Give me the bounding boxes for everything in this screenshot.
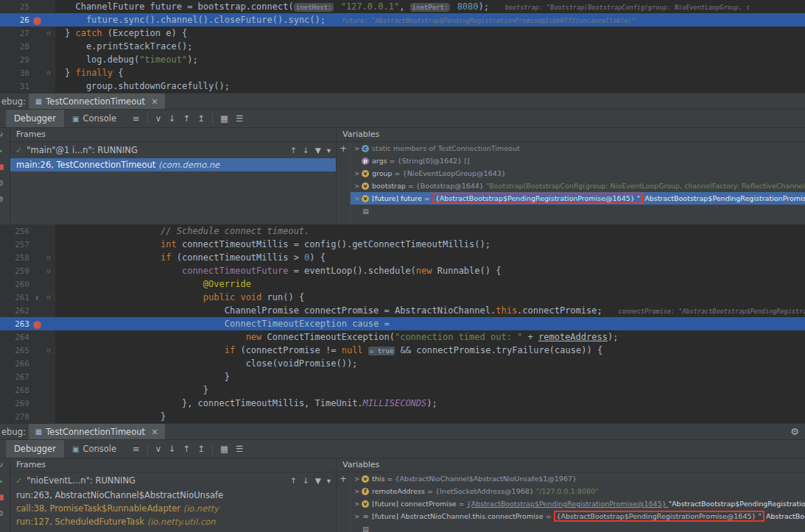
filter-frames-icon[interactable]: ▼ bbox=[315, 146, 321, 155]
code-line[interactable]: 256// Schedule connect timeout. bbox=[0, 224, 805, 238]
line-number[interactable]: 29 bbox=[0, 55, 31, 65]
dropdown-caret-icon[interactable]: ▾ bbox=[327, 476, 331, 485]
breakpoint-verified-icon[interactable]: ✓ bbox=[33, 321, 41, 329]
export-threads-icon[interactable]: ↓ bbox=[169, 113, 176, 124]
line-number[interactable]: 266 bbox=[0, 359, 31, 369]
line-number[interactable]: 268 bbox=[0, 386, 31, 395]
expand-chevron-icon[interactable]: > bbox=[353, 513, 361, 520]
code-line[interactable]: 29log.debug("timeout"); bbox=[0, 53, 805, 66]
session-tab[interactable]: ▦ TestConnectionTimeout × bbox=[29, 424, 165, 439]
code-line[interactable]: 28e.printStackTrace(); bbox=[0, 40, 805, 53]
expand-chevron-icon[interactable]: > bbox=[353, 145, 361, 152]
variable-row[interactable]: >vthis = {AbstractNioChannel$AbstractNio… bbox=[351, 472, 805, 485]
dropdown-caret-icon[interactable]: ▾ bbox=[327, 146, 331, 155]
variable-row[interactable]: pargs = {String[0]@1642} [] bbox=[351, 155, 805, 167]
tab-console[interactable]: ▣ Console bbox=[64, 440, 124, 458]
code-line[interactable]: 264new ConnectTimeoutException("connecti… bbox=[0, 330, 805, 344]
variable-row[interactable]: >v[future] connectPromise = {AbstractBoo… bbox=[351, 497, 805, 510]
frame-down-icon[interactable]: ↓ bbox=[303, 476, 309, 485]
line-number[interactable]: 25 bbox=[0, 2, 31, 12]
settings-gear-icon[interactable]: ⚙ bbox=[790, 426, 799, 437]
frame-down-icon[interactable]: ↓ bbox=[303, 146, 309, 155]
line-number[interactable]: 31 bbox=[0, 82, 31, 91]
code-line[interactable]: 268} bbox=[0, 383, 805, 397]
code-line[interactable]: 258⊟if (connectTimeoutMillis > 0) { bbox=[0, 251, 805, 264]
code-line[interactable]: 267} bbox=[0, 370, 805, 383]
line-number[interactable]: 263 bbox=[0, 319, 31, 329]
import-icon[interactable]: ↑ bbox=[183, 444, 191, 454]
code-editor[interactable]: 256// Schedule connect timeout.257int co… bbox=[0, 224, 805, 423]
code-line[interactable]: 260@Override bbox=[0, 277, 805, 291]
code-line[interactable]: 262ChannelPromise connectPromise = Abstr… bbox=[0, 304, 805, 317]
fold-marker-icon[interactable]: ⊟ bbox=[43, 267, 55, 274]
line-number[interactable]: 258 bbox=[0, 253, 31, 263]
variable-row[interactable]: >cstatic members of TestConnectionTimeou… bbox=[351, 142, 805, 155]
rerun-icon[interactable]: ↻ bbox=[0, 461, 10, 477]
stop-icon[interactable]: ■ bbox=[0, 163, 10, 179]
line-number[interactable]: 259 bbox=[0, 266, 31, 276]
layout-settings-icon[interactable]: ≡ bbox=[133, 113, 140, 124]
step-out-icon[interactable]: ↥ bbox=[197, 444, 205, 454]
line-number[interactable]: 267 bbox=[0, 372, 31, 382]
variable-row[interactable]: >fremoteAddress = {InetSocketAddress@196… bbox=[351, 485, 805, 497]
breakpoint-verified-icon[interactable]: ✓ bbox=[33, 17, 41, 25]
fold-marker-icon[interactable]: ⊟ bbox=[43, 347, 55, 354]
more-options-icon[interactable]: ☰ bbox=[236, 113, 243, 124]
code-line[interactable]: 269}, connectTimeoutMillis, TimeUnit.MIL… bbox=[0, 397, 805, 410]
variable-row[interactable]: >v[future] future = {AbstractBootstrap$P… bbox=[351, 192, 805, 205]
line-number[interactable]: 257 bbox=[0, 240, 31, 249]
variable-row[interactable]: >vgroup = {NioEventLoopGroup@1643} bbox=[351, 167, 805, 180]
line-number[interactable]: 27 bbox=[0, 29, 31, 38]
close-tab-icon[interactable]: × bbox=[151, 96, 158, 107]
code-line[interactable]: 263✓ConnectTimeoutException cause = bbox=[0, 317, 805, 330]
frame-up-icon[interactable]: ↑ bbox=[290, 146, 297, 155]
view-breakpoints-icon[interactable]: ⊙ bbox=[0, 509, 10, 525]
line-number[interactable]: 260 bbox=[0, 280, 31, 289]
filter-frames-icon[interactable]: ▼ bbox=[315, 476, 321, 485]
expand-chevron-icon[interactable]: > bbox=[353, 195, 361, 202]
thread-selector[interactable]: ✓ "nioEventL...n": RUNNING ↑↓▼▾ bbox=[10, 472, 336, 489]
frame-row[interactable]: call:38, PromiseTask$RunnableAdapter (io… bbox=[10, 502, 336, 515]
fold-marker-icon[interactable]: ⊟ bbox=[43, 69, 55, 77]
line-number[interactable]: 26 bbox=[0, 15, 31, 25]
code-editor[interactable]: 25ChannelFuture future = bootstrap.conne… bbox=[0, 0, 805, 93]
frame-up-icon[interactable]: ↑ bbox=[290, 476, 297, 485]
import-icon[interactable]: ↑ bbox=[183, 113, 191, 124]
line-number[interactable]: 262 bbox=[0, 306, 31, 316]
resume-icon[interactable]: ▶ bbox=[0, 146, 10, 163]
frame-row[interactable]: run:127, ScheduledFutureTask (io.netty.u… bbox=[10, 515, 336, 528]
stop-icon[interactable]: ■ bbox=[0, 493, 10, 509]
line-number[interactable]: 264 bbox=[0, 333, 31, 342]
fold-marker-icon[interactable]: ⊟ bbox=[43, 29, 55, 37]
fold-marker-icon[interactable]: ⊟ bbox=[43, 294, 55, 301]
code-line[interactable]: 26✓future.sync().channel().closeFuture()… bbox=[0, 13, 805, 26]
code-line[interactable]: 257int connectTimeoutMillis = config().g… bbox=[0, 238, 805, 251]
rerun-icon[interactable]: ↻ bbox=[0, 130, 10, 146]
expand-chevron-icon[interactable]: > bbox=[353, 475, 361, 483]
close-tab-icon[interactable]: × bbox=[151, 427, 158, 437]
more-options-icon[interactable]: ☰ bbox=[236, 444, 243, 454]
expand-chevron-icon[interactable]: > bbox=[353, 488, 361, 495]
override-method-icon[interactable]: ↑ bbox=[35, 294, 39, 302]
expand-chevron-icon[interactable]: > bbox=[353, 170, 361, 177]
code-line[interactable]: 25ChannelFuture future = bootstrap.conne… bbox=[0, 0, 805, 13]
code-line[interactable]: 270} bbox=[0, 410, 805, 423]
code-line[interactable]: 31group.shutdownGracefully(); bbox=[0, 79, 805, 93]
code-line[interactable]: 27⊟} catch (Exception e) { bbox=[0, 26, 805, 40]
variable-row[interactable]: >∞[future] AbstractNioChannel.this.conne… bbox=[351, 510, 805, 522]
step-out-icon[interactable]: ↥ bbox=[197, 113, 205, 124]
view-options-icon[interactable]: ▦ bbox=[220, 113, 228, 124]
add-watch-button[interactable]: + bbox=[340, 143, 347, 154]
tab-console[interactable]: ▣ Console bbox=[64, 110, 124, 127]
line-number[interactable]: 265 bbox=[0, 346, 31, 355]
line-number[interactable]: 30 bbox=[0, 68, 31, 78]
fold-marker-icon[interactable]: ⊟ bbox=[43, 254, 55, 261]
view-breakpoints-icon[interactable]: ⊙ bbox=[0, 179, 10, 195]
tab-debugger[interactable]: Debugger bbox=[6, 110, 64, 127]
variable-row[interactable]: >vbootstrap = {Bootstrap@1644} "Bootstra… bbox=[351, 180, 805, 192]
collapse-panel-icon[interactable]: ∨ bbox=[155, 444, 161, 454]
tab-debugger[interactable]: Debugger bbox=[6, 440, 64, 458]
add-watch-button[interactable]: + bbox=[340, 474, 347, 484]
expand-chevron-icon[interactable]: > bbox=[353, 500, 361, 508]
expand-chevron-icon[interactable]: > bbox=[353, 182, 361, 190]
